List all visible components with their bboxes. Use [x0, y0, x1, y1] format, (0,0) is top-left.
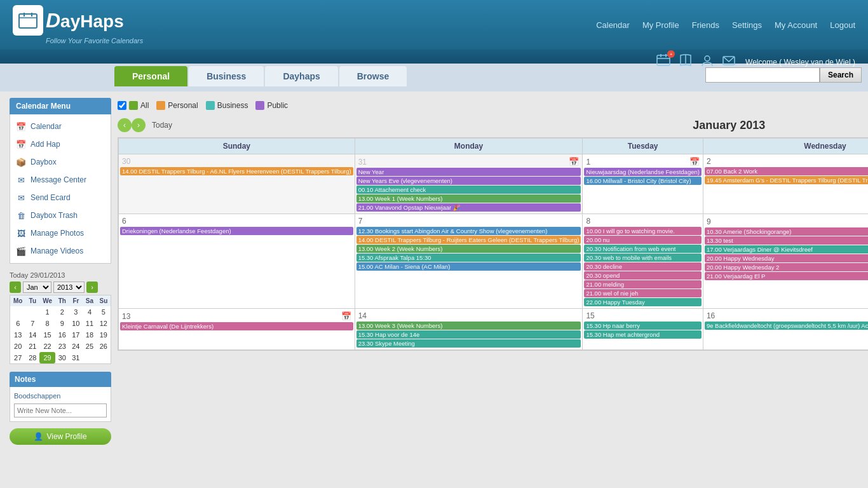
notes-title: Notes [10, 372, 111, 387]
cal-event[interactable]: 15.30 Hp naar berry [584, 322, 702, 330]
tab-business[interactable]: Business [189, 66, 264, 86]
person-icon[interactable] [700, 53, 714, 71]
cal-event[interactable]: Driekoningen (Nederlandse Feestdagen) [120, 227, 353, 235]
search-button[interactable]: Search [820, 67, 862, 83]
sidebar-item-send-ecard[interactable]: ✉ Send Ecard [10, 189, 111, 207]
add-hap-icon: 📅 [15, 139, 27, 150]
filter-all-checkbox[interactable] [118, 101, 126, 110]
top-nav: Calendar My Profile Friends Settings My … [596, 20, 855, 30]
cal-event[interactable]: 13.00 Week 1 (Week Numbers) [356, 194, 581, 203]
cal-event[interactable]: 10.30 Amerie (Shockingorange) [705, 227, 868, 236]
sidebar-item-manage-photos[interactable]: 🖼 Manage Photos [10, 224, 111, 242]
nav-friends[interactable]: Friends [692, 20, 719, 30]
cell-add-icon[interactable]: 📅 [569, 157, 579, 166]
cal-event[interactable]: 23.30 Skype Meeting [356, 339, 581, 348]
cal-event[interactable]: New Years Eve (vlegevenementen) [356, 177, 581, 185]
sidebar-item-manage-videos[interactable]: 🎬 Manage Videos [10, 242, 111, 260]
cal-event[interactable]: 20.00 nu [584, 236, 702, 244]
cal-event[interactable]: 20.30 decline [584, 262, 702, 271]
cal-event[interactable]: 21.00 melding [584, 280, 702, 288]
tagline: Follow Your Favorite Calendars [13, 37, 143, 44]
next-month-button[interactable]: › [132, 118, 146, 132]
mail-icon[interactable] [722, 53, 736, 71]
cell-add-icon[interactable]: 📅 [689, 157, 700, 166]
cal-event[interactable]: 12.30 Bookings start Abingdon Air & Coun… [356, 227, 581, 235]
cal-event[interactable]: 15.30 Afspraak Talpa 15:30 [356, 254, 581, 262]
add-icon[interactable]: + [656, 53, 671, 71]
mini-month-select[interactable]: JanFebMarApr MayJunJulAug SepOctNovDec [23, 281, 51, 293]
note-input[interactable] [14, 403, 107, 417]
cal-event[interactable]: 10.00 I will go to watching movie. [584, 227, 702, 235]
cal-event[interactable]: 00.10 Attachement check [356, 186, 581, 194]
mini-calendar-header: Today 29/01/2013 [10, 271, 111, 279]
cell-day-number: 9 [707, 217, 711, 226]
cal-event[interactable]: 07.00 Back 2 Work [705, 167, 868, 175]
filter-all: All [118, 101, 149, 110]
cal-event[interactable]: 14.00 DESTIL Trappers Tilburg - A6.NL Fl… [120, 167, 353, 175]
nav-my-account[interactable]: My Account [775, 20, 817, 30]
cal-cell: 31📅New YearNew Years Eve (vlegevenemente… [355, 154, 583, 214]
cal-event[interactable]: 16.00 Millwall - Bristol City (Bristol C… [584, 177, 702, 185]
cal-event[interactable]: 20.30 opend [584, 271, 702, 280]
cal-event[interactable]: 15.00 AC Milan - Siena (AC Milan) [356, 262, 581, 271]
main-content: Calendar Menu 📅 Calendar 📅 Add Hap 📦 Day… [0, 92, 868, 451]
cal-cell: 207.00 Back 2 Work19.45 Amsterdam G's - … [703, 154, 868, 214]
cal-event[interactable]: 13.00 Week 2 (Week Numbers) [356, 245, 581, 253]
all-color-dot [129, 101, 138, 110]
cal-event[interactable]: 14.00 DESTIL Trappers Tilburg - Ruijters… [356, 236, 581, 244]
cal-event[interactable]: 20.30 Notification from web event [584, 245, 702, 253]
mini-cal-nav-row: ‹ JanFebMarApr MayJunJulAug SepOctNovDec… [10, 281, 111, 293]
cell-day-number: 7 [358, 217, 363, 226]
mini-cal-today: Today 29/01/2013 [10, 271, 65, 279]
cal-event[interactable]: 13.30 test [705, 236, 868, 245]
sidebar-item-daybox-trash[interactable]: 🗑 Daybox Trash [10, 207, 111, 224]
nav-settings[interactable]: Settings [732, 20, 762, 30]
view-profile-button[interactable]: 👤 View Profile [10, 428, 111, 445]
cal-event[interactable]: 21.00 Vanavond Opstap Nieuwjaar 🎉 [356, 203, 581, 212]
cal-cell: 1413.00 Week 3 (Week Numbers)15.30 Hap v… [355, 309, 583, 350]
nav-calendar[interactable]: Calendar [596, 20, 630, 30]
calendar-menu-title: Calendar Menu [10, 98, 111, 114]
tab-personal[interactable]: Personal [114, 66, 187, 86]
today-button[interactable]: Today [152, 121, 172, 130]
cal-cell: 6Driekoningen (Nederlandse Feestdagen) [119, 214, 355, 309]
cal-nav: ‹ › Today January 2013 Month Week Day [118, 118, 868, 132]
note-item[interactable]: Boodschappen [14, 391, 107, 401]
cal-event[interactable]: 17.00 Verjaardags Diner @ Kievitsdreef [705, 245, 868, 254]
mini-calendar: MoTuWe ThFrSaSu 1 2345 678 9101112 13141… [10, 295, 111, 364]
cal-event[interactable]: Nieuwjaarsdag (Nederlandse Feestdagen) [584, 168, 702, 176]
cal-event[interactable]: 21.00 Verjaardag El P [705, 272, 868, 280]
mini-year-select[interactable]: 201320142012 [53, 281, 85, 293]
cal-event[interactable]: 22.00 Happy Tuesday [584, 298, 702, 306]
mini-prev-btn[interactable]: ‹ [10, 281, 21, 293]
cal-event[interactable]: 13.00 Week 3 (Week Numbers) [356, 322, 581, 330]
tab-dayhaps[interactable]: Dayhaps [265, 66, 337, 86]
cal-event[interactable]: 20.00 Happy Wednesday [705, 254, 868, 262]
sidebar-item-add-hap[interactable]: 📅 Add Hap [10, 135, 111, 153]
sidebar-item-message-center[interactable]: ✉ Message Center [10, 171, 111, 189]
tab-browse[interactable]: Browse [339, 66, 407, 86]
cell-add-icon[interactable]: 📅 [341, 311, 351, 321]
prev-month-button[interactable]: ‹ [118, 118, 132, 132]
cal-event[interactable]: 15.30 Hap met achtergrond [584, 330, 702, 339]
logo-area: DayHaps Follow Your Favorite Calendars [13, 5, 143, 44]
mini-next-btn[interactable]: › [86, 281, 98, 293]
book-icon[interactable] [679, 53, 693, 71]
nav-my-profile[interactable]: My Profile [642, 20, 679, 30]
cal-event[interactable]: New Year [356, 168, 581, 176]
sidebar-item-daybox[interactable]: 📦 Daybox [10, 153, 111, 171]
sidebar-item-calendar[interactable]: 📅 Calendar [10, 118, 111, 135]
business-color-dot [206, 101, 215, 110]
cal-event[interactable]: Kleintje Carnaval (De Lijntrekkers) [120, 322, 353, 330]
filter-business: Business [206, 101, 248, 110]
cal-event[interactable]: 9e Backfieldwandeltocht (groepswandeltoc… [705, 322, 868, 330]
cal-event[interactable]: 21.00 wel of nie jeh [584, 289, 702, 297]
logo-icon [13, 5, 43, 36]
cal-cell: 1📅Nieuwjaarsdag (Nederlandse Feestdagen)… [583, 154, 703, 214]
nav-logout[interactable]: Logout [830, 20, 855, 30]
cal-event[interactable]: 20.30 web to mobile with emails [584, 254, 702, 262]
cal-cell: 13📅Kleintje Carnaval (De Lijntrekkers) [119, 309, 355, 350]
cal-event[interactable]: 15.30 Hap voor de 14e [356, 330, 581, 339]
cal-event[interactable]: 19.45 Amsterdam G's - DESTIL Trappers Ti… [705, 176, 868, 184]
cal-event[interactable]: 20.00 Happy Wednesday 2 [705, 263, 868, 271]
